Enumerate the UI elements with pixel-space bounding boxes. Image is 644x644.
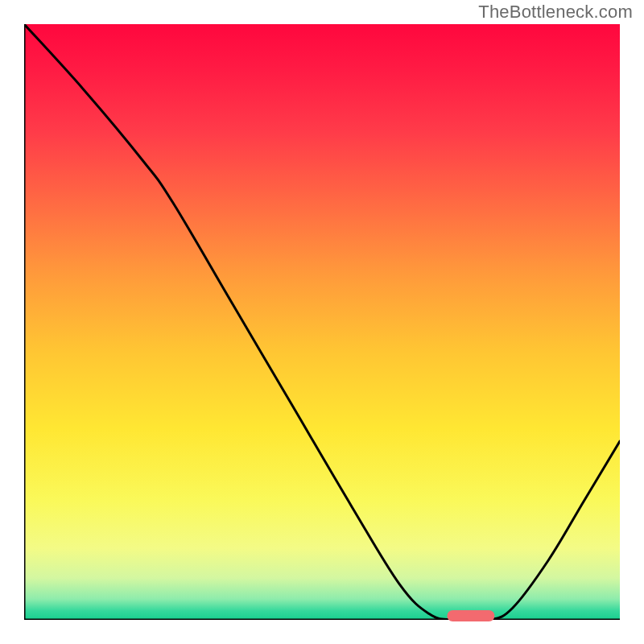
plot-area xyxy=(24,24,620,620)
watermark-label: TheBottleneck.com xyxy=(478,2,633,23)
gradient-background xyxy=(24,24,620,620)
chart-stage: TheBottleneck.com xyxy=(0,0,644,644)
optimal-region-marker xyxy=(447,610,494,621)
